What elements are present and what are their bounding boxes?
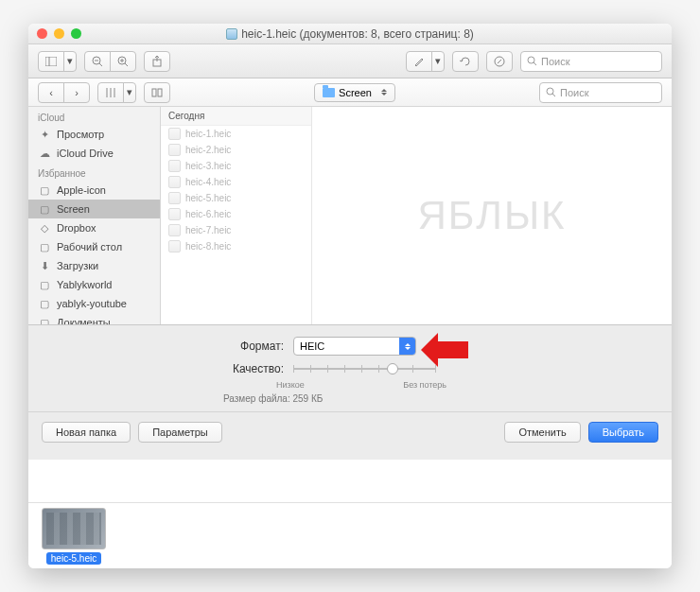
preview-toolbar: ▾ ▾ Поиск: [28, 44, 672, 78]
file-item[interactable]: heic-7.heic: [161, 222, 311, 238]
heic-icon: [168, 208, 181, 220]
thumbnail-label: heic-5.heic: [46, 552, 101, 565]
heic-icon: [168, 192, 181, 204]
nav-back-button[interactable]: ‹: [38, 82, 64, 103]
quality-high-label: Без потерь: [403, 380, 446, 390]
zoom-out-button[interactable]: [84, 51, 111, 72]
sidebar-toggle-button[interactable]: [38, 51, 64, 72]
sidebar-item-preview[interactable]: ✦Просмотр: [28, 125, 160, 144]
file-item[interactable]: heic-3.heic: [161, 158, 311, 174]
sidebar-item-yablyk-youtube[interactable]: ▢yablyk-youtube: [28, 294, 160, 313]
window-title: heic-1.heic (документов: 8, всего страни…: [28, 27, 672, 41]
folder-icon: [323, 88, 335, 97]
filesize-value: 259 КБ: [292, 393, 323, 404]
desktop-icon: ▢: [38, 240, 51, 253]
folder-icon: ▢: [38, 202, 51, 216]
group-button[interactable]: [144, 82, 170, 103]
svg-point-19: [547, 88, 553, 95]
heic-icon: [168, 240, 181, 252]
save-panel-nav: ‹ › ▾ Screen Поиск: [28, 78, 672, 107]
file-item[interactable]: heic-1.heic: [161, 126, 311, 142]
svg-line-13: [534, 62, 536, 65]
view-mode-button[interactable]: [97, 82, 124, 103]
file-item[interactable]: heic-5.heic: [161, 190, 311, 206]
downloads-icon: ⬇: [38, 259, 51, 272]
svg-rect-0: [45, 57, 57, 66]
sidebar-section-favorites: Избранное: [28, 163, 160, 181]
view-mode-menu-button[interactable]: ▾: [123, 82, 136, 103]
format-label: Формат:: [47, 340, 284, 353]
svg-line-3: [99, 63, 102, 66]
heic-icon: [168, 160, 181, 172]
preview-icon: ✦: [38, 128, 51, 141]
path-dropdown[interactable]: Screen: [314, 83, 395, 102]
cloud-icon: ☁: [38, 147, 51, 160]
quality-label: Качество:: [47, 362, 284, 375]
svg-line-20: [552, 94, 555, 96]
search-icon: [546, 87, 556, 97]
preview-area: ЯБЛЫК: [312, 107, 672, 324]
folder-icon: ▢: [38, 278, 51, 291]
app-window: heic-1.heic (документов: 8, всего страни…: [28, 24, 672, 568]
markup-menu-button[interactable]: ▾: [431, 51, 445, 72]
folder-icon: ▢: [38, 183, 51, 197]
quality-low-label: Низкое: [276, 380, 305, 390]
titlebar: heic-1.heic (документов: 8, всего страни…: [28, 24, 672, 44]
edit-button[interactable]: [486, 51, 513, 72]
choose-button[interactable]: Выбрать: [588, 422, 658, 443]
heic-icon: [168, 144, 181, 156]
thumbnail-image: [42, 508, 106, 549]
format-select[interactable]: HEIC: [293, 337, 416, 356]
rotate-button[interactable]: [452, 51, 479, 72]
heic-icon: [168, 176, 181, 188]
cancel-button[interactable]: Отменить: [504, 422, 580, 443]
sidebar-item-desktop[interactable]: ▢Рабочий стол: [28, 237, 160, 256]
sidebar-item-icloud-drive[interactable]: ☁iCloud Drive: [28, 144, 160, 163]
thumbnail-item[interactable]: heic-5.heic: [42, 508, 106, 565]
sidebar-item-downloads[interactable]: ⬇Загрузки: [28, 256, 160, 275]
filesize-label: Размер файла:: [223, 393, 290, 404]
save-panel-search[interactable]: Поиск: [539, 82, 662, 103]
share-button[interactable]: [144, 51, 170, 72]
sidebar-item-apple-icon[interactable]: ▢Apple-icon: [28, 181, 160, 200]
sidebar-menu-button[interactable]: ▾: [63, 51, 77, 72]
folder-icon: ▢: [38, 297, 51, 310]
save-panel: ‹ › ▾ Screen Поиск: [28, 78, 672, 502]
svg-point-12: [528, 57, 534, 63]
sidebar-section-icloud: iCloud: [28, 107, 160, 125]
new-folder-button[interactable]: Новая папка: [42, 422, 131, 443]
sidebar-item-documents[interactable]: ▢Документы: [28, 313, 160, 324]
date-header: Сегодня: [161, 107, 311, 126]
heic-icon: [168, 128, 181, 140]
zoom-in-button[interactable]: [110, 51, 136, 72]
file-column: Сегодня heic-1.heic heic-2.heic heic-3.h…: [161, 107, 312, 324]
export-options: Формат: HEIC Качество:: [28, 324, 672, 460]
dropbox-icon: ◇: [38, 221, 51, 235]
heic-icon: [168, 224, 181, 236]
save-sidebar: iCloud ✦Просмотр ☁iCloud Drive Избранное…: [28, 107, 161, 324]
quality-slider[interactable]: [293, 361, 435, 376]
sidebar-item-yablykworld[interactable]: ▢Yablykworld: [28, 275, 160, 294]
svg-rect-17: [152, 89, 156, 96]
sidebar-item-dropbox[interactable]: ◇Dropbox: [28, 218, 160, 237]
nav-forward-button[interactable]: ›: [63, 82, 90, 103]
file-item[interactable]: heic-8.heic: [161, 238, 311, 254]
options-button[interactable]: Параметры: [138, 422, 222, 443]
documents-icon: ▢: [38, 316, 51, 324]
document-icon: [226, 28, 237, 40]
svg-line-6: [125, 63, 128, 66]
file-item[interactable]: heic-4.heic: [161, 174, 311, 190]
markup-button[interactable]: [406, 51, 432, 72]
search-icon: [527, 56, 537, 66]
svg-rect-18: [158, 89, 162, 96]
dropdown-caret-icon: [399, 338, 415, 355]
file-item[interactable]: heic-6.heic: [161, 206, 311, 222]
watermark: ЯБЛЫК: [417, 193, 566, 238]
file-item[interactable]: heic-2.heic: [161, 142, 311, 158]
toolbar-search[interactable]: Поиск: [520, 51, 662, 72]
thumbnail-strip: heic-5.heic: [28, 502, 672, 568]
sidebar-item-screen[interactable]: ▢Screen: [28, 200, 160, 218]
